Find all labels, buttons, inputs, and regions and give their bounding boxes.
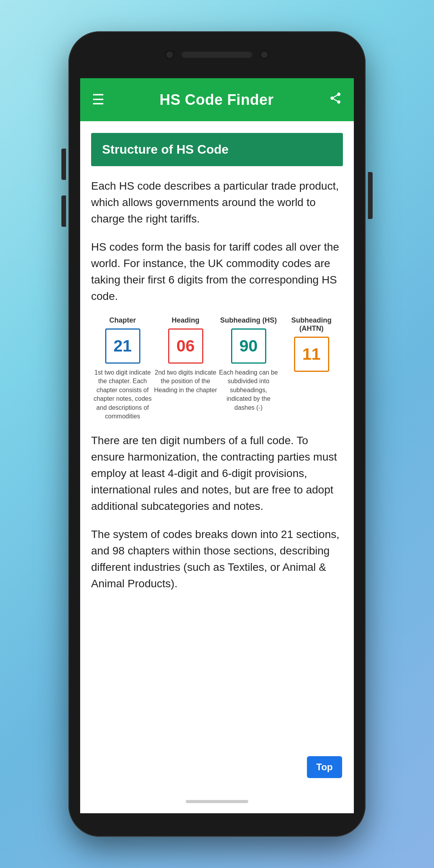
paragraph-4: The system of codes breaks down into 21 … [80, 526, 354, 604]
front-camera [165, 50, 174, 59]
chapter-box: 21 [105, 328, 140, 364]
chapter-desc: 1st two digit indicate the chapter. Each… [91, 368, 154, 421]
menu-icon[interactable]: ☰ [92, 93, 104, 107]
chapter-code: 21 [113, 337, 132, 355]
volume-down-button [61, 195, 66, 227]
hs-code-diagram: Chapter 21 1st two digit indicate the ch… [91, 316, 343, 421]
diagram-heading: Heading 06 2nd two digits indicate the p… [154, 316, 217, 395]
subheading-hs-label: Subheading (HS) [220, 316, 277, 325]
heading-box: 06 [168, 328, 203, 364]
subheading-ahtn-box: 11 [294, 337, 329, 372]
content-area: Structure of HS Code Each HS code descri… [80, 121, 354, 790]
subheading-hs-desc: Each heading can be subdivided into subh… [217, 368, 280, 412]
power-button [368, 172, 373, 219]
content-wrapper: Structure of HS Code Each HS code descri… [80, 121, 354, 790]
subheading-ahtn-label: Subheading (AHTN) [280, 316, 343, 333]
subheading-hs-box: 90 [231, 328, 266, 364]
volume-up-button [61, 149, 66, 180]
section-header-text: Structure of HS Code [102, 142, 229, 156]
diagram-subheading-ahtn: Subheading (AHTN) 11 [280, 316, 343, 377]
phone-screen: ☰ HS Code Finder Structure of HS Code Ea… [80, 78, 354, 813]
section-header: Structure of HS Code [91, 133, 343, 166]
speaker [182, 52, 252, 58]
diagram-subheading-hs: Subheading (HS) 90 Each heading can be s… [217, 316, 280, 412]
subheading-hs-code: 90 [239, 337, 258, 355]
phone-top-bar [68, 31, 366, 78]
paragraph-2: HS codes form the basis for tariff codes… [80, 227, 354, 305]
subheading-ahtn-code: 11 [302, 345, 321, 364]
heading-desc: 2nd two digits indicate the position of … [154, 368, 217, 395]
top-button[interactable]: Top [307, 756, 342, 778]
heading-label: Heading [172, 316, 199, 325]
phone-device: ☰ HS Code Finder Structure of HS Code Ea… [68, 31, 366, 837]
share-icon[interactable] [329, 91, 342, 108]
diagram-chapter: Chapter 21 1st two digit indicate the ch… [91, 316, 154, 421]
home-indicator [186, 800, 248, 803]
heading-code: 06 [176, 337, 195, 355]
paragraph-1: Each HS code describes a particular trad… [80, 166, 354, 227]
chapter-label: Chapter [109, 316, 136, 325]
paragraph-3: There are ten digit numbers of a full co… [80, 432, 354, 526]
phone-bottom-bar [80, 790, 354, 813]
app-title: HS Code Finder [104, 91, 329, 108]
sensor [260, 50, 269, 59]
app-bar: ☰ HS Code Finder [80, 78, 354, 121]
